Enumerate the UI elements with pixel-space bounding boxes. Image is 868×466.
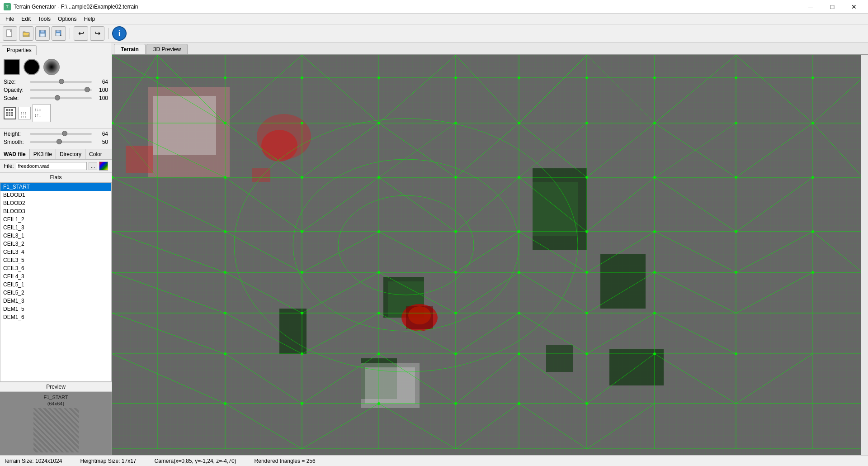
terrain-canvas bbox=[112, 55, 868, 455]
svg-point-133 bbox=[518, 76, 520, 79]
preview-section: Preview F1_START (64x64) bbox=[0, 382, 112, 455]
svg-rect-15 bbox=[9, 114, 10, 116]
smooth-slider[interactable] bbox=[30, 141, 92, 143]
flat-item[interactable]: DEM1_6 bbox=[0, 313, 111, 321]
svg-point-128 bbox=[156, 76, 159, 79]
menu-options[interactable]: Options bbox=[54, 15, 80, 23]
open-button[interactable] bbox=[19, 26, 33, 41]
file-input[interactable] bbox=[16, 162, 87, 170]
left-panel: Properties Size: 64 Opacity: 1 bbox=[0, 43, 112, 455]
flat-item[interactable]: CEIL3_6 bbox=[0, 264, 111, 272]
minimize-button[interactable]: ─ bbox=[800, 0, 821, 14]
flat-item[interactable]: CEIL1_3 bbox=[0, 223, 111, 232]
svg-point-185 bbox=[377, 352, 380, 355]
flat-item[interactable]: BLOOD1 bbox=[0, 191, 111, 199]
flat-item[interactable]: CEIL3_2 bbox=[0, 240, 111, 248]
tab-properties[interactable]: Properties bbox=[2, 45, 37, 55]
svg-point-160 bbox=[377, 230, 380, 233]
opacity-label: Opacity: bbox=[4, 87, 27, 93]
color-picker-button[interactable] bbox=[99, 162, 108, 171]
svg-point-179 bbox=[454, 312, 457, 314]
svg-point-157 bbox=[811, 176, 814, 179]
info-button[interactable]: i bbox=[112, 26, 127, 41]
svg-point-162 bbox=[518, 230, 520, 233]
svg-point-196 bbox=[585, 402, 588, 405]
menu-tools[interactable]: Tools bbox=[34, 15, 54, 23]
svg-point-186 bbox=[454, 352, 457, 355]
brush-mode-arrows-up[interactable]: ↑↑↑ ↑↑↑ bbox=[18, 107, 31, 119]
flat-item[interactable]: CEIL5_1 bbox=[0, 281, 111, 289]
svg-point-161 bbox=[454, 230, 457, 233]
canvas-area[interactable] bbox=[112, 55, 868, 455]
svg-point-184 bbox=[301, 352, 303, 355]
svg-point-169 bbox=[377, 271, 380, 274]
tab-3d-preview[interactable]: 3D Preview bbox=[146, 44, 188, 54]
scale-slider-row: Scale: 100 bbox=[4, 95, 108, 101]
preview-label: Preview bbox=[0, 382, 112, 392]
brush-square[interactable] bbox=[4, 59, 20, 75]
flat-item[interactable]: F1_START bbox=[0, 183, 111, 191]
save-button[interactable] bbox=[35, 26, 50, 41]
svg-rect-3 bbox=[40, 33, 45, 37]
flat-item[interactable]: CEIL4_3 bbox=[0, 272, 111, 281]
svg-point-159 bbox=[301, 230, 303, 233]
flat-item[interactable]: CEIL3_4 bbox=[0, 248, 111, 256]
flats-list[interactable]: F1_START BLOOD1 BLOOD2 BLOOD3 CEIL1_2 CE… bbox=[0, 182, 112, 382]
menu-file[interactable]: File bbox=[2, 15, 18, 23]
texture-source-tabs: WAD file PK3 file Directory Color bbox=[0, 149, 112, 160]
size-slider[interactable] bbox=[30, 81, 92, 83]
flat-item[interactable]: CEIL5_2 bbox=[0, 289, 111, 297]
redo-button[interactable]: ↪ bbox=[90, 26, 104, 41]
height-slider[interactable] bbox=[30, 133, 92, 135]
properties-tab-bar: Properties bbox=[0, 43, 112, 55]
svg-point-150 bbox=[301, 176, 303, 179]
height-slider-row: Height: 64 bbox=[4, 131, 108, 137]
flat-item[interactable]: DEM1_5 bbox=[0, 305, 111, 313]
svg-point-181 bbox=[585, 312, 588, 314]
flat-item[interactable]: BLOOD2 bbox=[0, 199, 111, 207]
menu-edit[interactable]: Edit bbox=[18, 15, 34, 23]
smooth-thumb[interactable] bbox=[57, 139, 62, 144]
svg-point-163 bbox=[585, 230, 588, 233]
vertical-scrollbar[interactable] bbox=[861, 55, 868, 455]
preview-texture-size: (64x64) bbox=[47, 401, 64, 406]
new-button[interactable] bbox=[3, 26, 17, 41]
tab-wad-file[interactable]: WAD file bbox=[0, 149, 30, 159]
svg-point-193 bbox=[377, 402, 380, 405]
brush-mode-arrows-mixed[interactable]: ↑↓↕ ↕↑↓ bbox=[33, 104, 51, 122]
brush-gradient[interactable] bbox=[43, 59, 60, 75]
flat-item[interactable]: DEM1_3 bbox=[0, 297, 111, 305]
svg-point-182 bbox=[653, 312, 656, 314]
menu-help[interactable]: Help bbox=[80, 15, 99, 23]
flat-item[interactable]: CEIL3_1 bbox=[0, 232, 111, 240]
opacity-thumb[interactable] bbox=[85, 87, 90, 92]
svg-point-137 bbox=[811, 76, 814, 79]
svg-rect-40 bbox=[365, 367, 415, 404]
flat-item[interactable]: CEIL1_2 bbox=[0, 215, 111, 223]
svg-rect-25 bbox=[126, 146, 153, 173]
flat-item[interactable]: CEIL3_5 bbox=[0, 256, 111, 264]
svg-point-190 bbox=[735, 352, 737, 355]
undo-button[interactable]: ↩ bbox=[74, 26, 88, 41]
tab-directory[interactable]: Directory bbox=[56, 149, 85, 159]
scale-slider[interactable] bbox=[30, 97, 92, 99]
flat-item[interactable]: BLOOD3 bbox=[0, 207, 111, 215]
save-as-button[interactable]: + bbox=[52, 26, 66, 41]
browse-button[interactable]: ... bbox=[89, 162, 97, 170]
size-thumb[interactable] bbox=[59, 79, 64, 84]
tab-color[interactable]: Color bbox=[85, 149, 106, 159]
svg-rect-8 bbox=[6, 109, 8, 111]
tab-pk3-file[interactable]: PK3 file bbox=[30, 149, 56, 159]
opacity-slider[interactable] bbox=[30, 89, 92, 91]
maximize-button[interactable]: □ bbox=[822, 0, 843, 14]
close-button[interactable]: ✕ bbox=[844, 0, 864, 14]
brush-mode-dots[interactable] bbox=[4, 107, 16, 119]
brush-circle[interactable] bbox=[24, 59, 40, 75]
toolbar-separator-1 bbox=[70, 28, 70, 39]
camera-status: Camera(x=0,85, y=-1,24, z=-4,70) bbox=[155, 458, 236, 464]
svg-point-167 bbox=[224, 271, 226, 274]
scale-thumb[interactable] bbox=[55, 95, 60, 100]
svg-point-187 bbox=[518, 352, 520, 355]
height-thumb[interactable] bbox=[62, 131, 67, 136]
tab-terrain[interactable]: Terrain bbox=[114, 44, 146, 54]
